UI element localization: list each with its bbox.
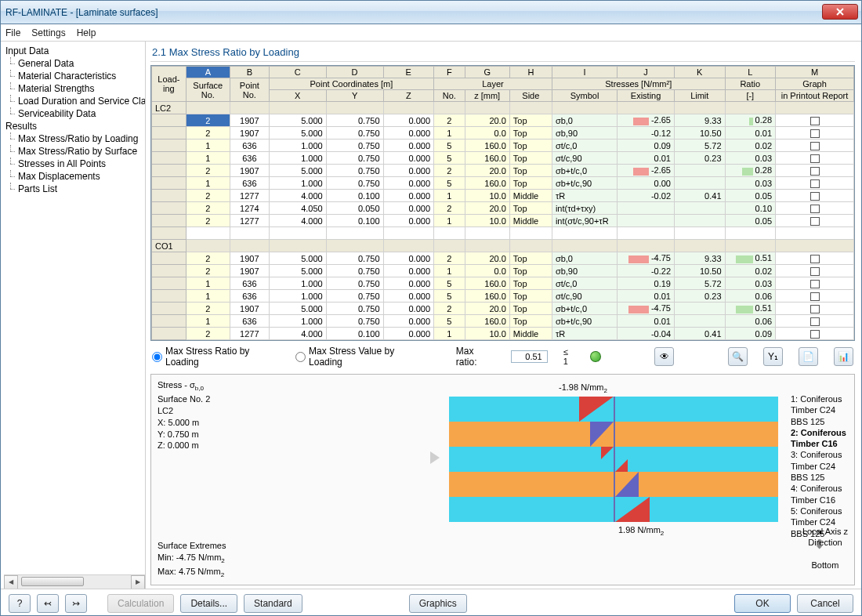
table-row[interactable]: 212774.0000.1000.000110.0MiddleτR -0.020…: [152, 190, 854, 202]
col-a[interactable]: A: [186, 67, 230, 78]
tree-stresses-all-points[interactable]: Stresses in All Points: [4, 158, 145, 170]
col-i[interactable]: I: [552, 67, 617, 78]
help-button[interactable]: ?: [9, 594, 31, 613]
table-row[interactable]: 16361.0000.7500.0005160.0Topσt/c,0 0.095…: [152, 140, 854, 152]
table-row[interactable]: 212774.0000.1000.000110.0MiddleτR -0.040…: [152, 328, 854, 340]
ok-button[interactable]: OK: [734, 594, 791, 613]
graph-checkbox[interactable]: [810, 117, 820, 125]
tool-icon-2[interactable]: Y₁: [763, 347, 783, 366]
header-z[interactable]: Z: [383, 90, 434, 102]
table-row[interactable]: 219075.0000.7500.000220.0Topσb+t/c,0 -4.…: [152, 303, 854, 315]
tree-max-stress-loading[interactable]: Max Stress/Ratio by Loading: [4, 132, 145, 145]
header-coords[interactable]: Point Coordinates [m]: [269, 78, 433, 90]
menu-file[interactable]: File: [5, 27, 20, 38]
col-b[interactable]: B: [230, 67, 269, 78]
graph-checkbox[interactable]: [810, 255, 820, 263]
header-existing[interactable]: Existing: [618, 90, 675, 102]
tree-load-duration[interactable]: Load Duration and Service Clas: [4, 95, 145, 107]
details-button[interactable]: Details...: [180, 594, 237, 613]
cancel-button[interactable]: Cancel: [797, 594, 853, 613]
table-row[interactable]: 219075.0000.7500.00010.0Topσb,90 -0.1210…: [152, 127, 854, 140]
graph-checkbox[interactable]: [810, 317, 820, 326]
results-table[interactable]: Load- ing A B C D E F G H I J K: [150, 65, 855, 341]
header-ratio[interactable]: Ratio: [725, 78, 776, 90]
col-g[interactable]: G: [465, 67, 509, 78]
tree-header-input[interactable]: Input Data: [4, 45, 145, 57]
scroll-thumb[interactable]: [21, 577, 84, 586]
radio-max-ratio[interactable]: Max Stress Ratio by Loading: [152, 346, 280, 368]
menu-help[interactable]: Help: [77, 27, 96, 38]
header-side[interactable]: Side: [509, 90, 552, 102]
scroll-right-icon[interactable]: ▶: [131, 575, 145, 589]
group-header[interactable]: LC2: [152, 102, 854, 114]
tree-max-stress-surface[interactable]: Max Stress/Ratio by Surface: [4, 145, 145, 158]
col-k[interactable]: K: [675, 67, 726, 78]
col-j[interactable]: J: [618, 67, 675, 78]
table-row[interactable]: 212744.0500.0500.000220.0Topint(τd+τxy) …: [152, 202, 854, 215]
graph-checkbox[interactable]: [810, 129, 820, 138]
tool-icon-3[interactable]: 📄: [799, 347, 818, 366]
graph-checkbox[interactable]: [810, 330, 820, 339]
table-row[interactable]: 16361.0000.7500.0005160.0Topσt/c,90 0.01…: [152, 290, 854, 303]
table-row[interactable]: 16361.0000.7500.0005160.0Topσt/c,90 0.01…: [152, 152, 854, 165]
header-layer[interactable]: Layer: [434, 78, 552, 90]
col-m[interactable]: M: [776, 67, 854, 78]
table-row[interactable]: 212774.0000.1000.000110.0Middleint(σt/c,…: [152, 215, 854, 227]
graph-checkbox[interactable]: [810, 205, 820, 213]
graph-checkbox[interactable]: [810, 154, 820, 163]
graph-checkbox[interactable]: [810, 179, 820, 188]
col-f[interactable]: F: [434, 67, 465, 78]
table-row[interactable]: 219075.0000.7500.000220.0Topσb+t/c,0 -2.…: [152, 165, 854, 177]
header-symbol[interactable]: Symbol: [552, 90, 617, 102]
col-h[interactable]: H: [509, 67, 552, 78]
tree-max-displacements[interactable]: Max Displacements: [4, 170, 145, 183]
table-row[interactable]: 219075.0000.7500.00010.0Topσb,90 -0.2210…: [152, 265, 854, 277]
header-lno[interactable]: No.: [434, 90, 465, 102]
graph-checkbox[interactable]: [810, 142, 820, 150]
col-e[interactable]: E: [383, 67, 434, 78]
eye-icon-button[interactable]: 👁: [654, 347, 674, 366]
table-row[interactable]: 16361.0000.7500.0005160.0Topσb+t/c,90 0.…: [152, 177, 854, 190]
graph-checkbox[interactable]: [810, 167, 820, 176]
header-limit[interactable]: Limit: [675, 90, 726, 102]
col-l[interactable]: L: [725, 67, 776, 78]
tree-header-results[interactable]: Results: [4, 120, 145, 132]
tool-icon-4[interactable]: 📊: [834, 347, 853, 366]
next-button[interactable]: ↣: [65, 594, 87, 613]
graph-checkbox[interactable]: [810, 280, 820, 288]
table-row[interactable]: 16361.0000.7500.0005160.0Topσt/c,0 0.195…: [152, 277, 854, 290]
standard-button[interactable]: Standard: [244, 594, 302, 613]
menu-settings[interactable]: Settings: [31, 27, 65, 38]
header-x[interactable]: X: [269, 90, 326, 102]
graphics-button[interactable]: Graphics: [409, 594, 467, 613]
header-y[interactable]: Y: [326, 90, 383, 102]
graph-checkbox[interactable]: [810, 292, 820, 301]
header-zmm[interactable]: z [mm]: [465, 90, 509, 102]
tree-material-characteristics[interactable]: Material Characteristics: [4, 70, 145, 82]
header-graph[interactable]: Graph: [776, 78, 854, 90]
header-graph-sub[interactable]: in Printout Report: [776, 90, 854, 102]
radio-max-value[interactable]: Max Stress Value by Loading: [295, 346, 425, 368]
tree-parts-list[interactable]: Parts List: [4, 183, 145, 195]
table-row[interactable]: 219075.0000.7500.000220.0Topσb,0 -4.759.…: [152, 252, 854, 265]
scroll-track[interactable]: [18, 575, 131, 589]
tool-icon-1[interactable]: 🔍: [728, 347, 748, 366]
tree-serviceability[interactable]: Serviceability Data: [4, 107, 145, 120]
header-loading[interactable]: Load- ing: [152, 67, 187, 102]
graph-checkbox[interactable]: [810, 217, 820, 226]
table-row[interactable]: 16361.0000.7500.0005160.0Topσb+t/c,90 0.…: [152, 315, 854, 328]
graph-checkbox[interactable]: [810, 305, 820, 313]
header-stresses[interactable]: Stresses [N/mm²]: [552, 78, 725, 90]
group-header[interactable]: CO1: [152, 240, 854, 252]
tree-scrollbar[interactable]: ◀ ▶: [4, 574, 145, 589]
close-button[interactable]: [822, 4, 858, 20]
tree-general-data[interactable]: General Data: [4, 57, 145, 70]
scroll-left-icon[interactable]: ◀: [4, 575, 18, 589]
header-ratio-unit[interactable]: [-]: [725, 90, 776, 102]
prev-button[interactable]: ↢: [37, 594, 59, 613]
calculation-button[interactable]: Calculation: [107, 594, 174, 613]
graph-checkbox[interactable]: [810, 192, 820, 201]
graph-checkbox[interactable]: [810, 267, 820, 276]
header-surface[interactable]: Surface No.: [186, 78, 230, 102]
header-point[interactable]: Point No.: [230, 78, 269, 102]
